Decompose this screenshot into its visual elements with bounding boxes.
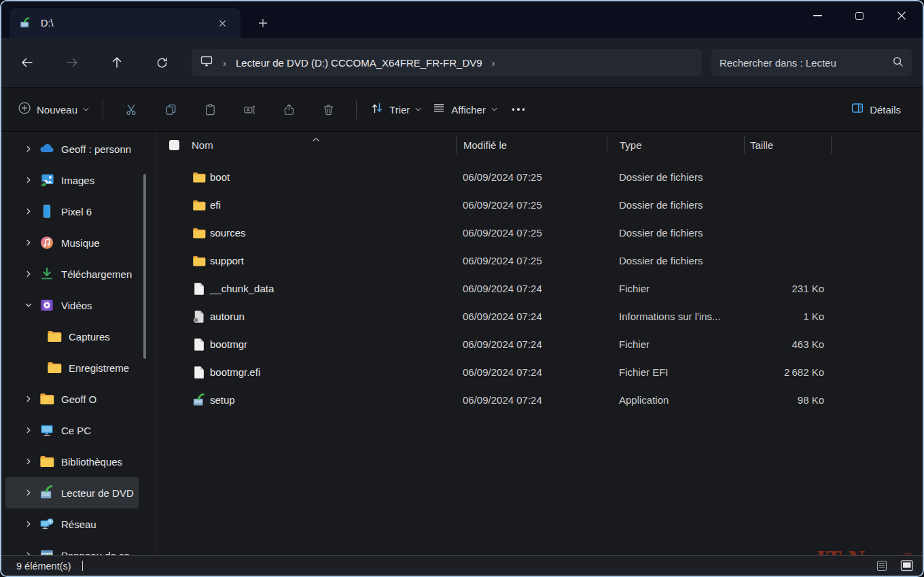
file-name-cell[interactable]: support	[157, 254, 456, 268]
sidebar-scrollbar[interactable]	[143, 174, 146, 359]
file-modified-date: 06/09/2024 07:24	[456, 283, 607, 294]
file-name-cell[interactable]: setup	[157, 394, 456, 407]
paste-button[interactable]	[194, 96, 226, 123]
maximize-button[interactable]	[838, 1, 881, 30]
select-all-checkbox[interactable]	[169, 140, 179, 150]
file-size: 463 Ko	[744, 338, 831, 350]
details-pane-button[interactable]: Détails	[845, 97, 912, 122]
sidebar-item-captures[interactable]: Captures	[5, 321, 139, 352]
file-name-cell[interactable]: boot	[157, 171, 456, 184]
copy-button[interactable]	[155, 96, 186, 123]
up-button[interactable]	[102, 50, 132, 75]
thumbnail-view-icon	[900, 560, 914, 572]
sidebar-item-geoff-o[interactable]: Geoff O	[5, 383, 139, 415]
breadcrumb[interactable]: › Lecteur de DVD (D:) CCCOMA_X64FRE_FR-F…	[192, 49, 702, 76]
sidebar-item-images[interactable]: Images	[5, 164, 139, 196]
file-name: support	[210, 255, 244, 266]
file-row--chunk-data[interactable]: __chunk_data06/09/2024 07:24Fichier231 K…	[157, 275, 923, 302]
file-row-boot[interactable]: boot06/09/2024 07:25Dossier de fichiers	[157, 163, 923, 191]
file-type: Fichier	[607, 283, 744, 294]
more-options-button[interactable]	[512, 108, 525, 111]
share-button[interactable]	[273, 96, 304, 123]
new-tab-button[interactable]	[251, 12, 274, 35]
search-icon[interactable]	[892, 56, 904, 70]
sidebar-item-biblioth-ques[interactable]: Bibliothèques	[5, 446, 139, 477]
file-modified-date: 06/09/2024 07:24	[456, 311, 607, 322]
filegear-icon	[192, 310, 206, 324]
sidebar-item-lecteur-de-dvd[interactable]: Lecteur de DVD	[5, 477, 139, 508]
chevron-right-icon[interactable]	[23, 489, 34, 496]
back-button[interactable]	[12, 50, 42, 75]
close-button[interactable]	[881, 1, 923, 30]
column-header-blank	[831, 136, 923, 154]
sidebar-item-panneau-de-co[interactable]: Panneau de co	[5, 540, 139, 555]
file-row-bootmgr.efi[interactable]: bootmgr.efi06/09/2024 07:24Fichier EFI2 …	[157, 358, 923, 386]
video-icon	[39, 298, 54, 313]
file-name-cell[interactable]: efi	[157, 198, 456, 212]
sidebar-item-vid-os[interactable]: Vidéos	[5, 290, 139, 321]
sidebar-item-musique[interactable]: Musique	[5, 227, 139, 258]
tab-close-icon[interactable]	[213, 14, 231, 32]
sidebar-item-ce-pc[interactable]: Ce PC	[5, 415, 139, 446]
cut-button[interactable]	[116, 96, 147, 123]
sidebar-item-enregistreme[interactable]: Enregistreme	[5, 352, 139, 383]
details-pane-icon	[851, 101, 864, 118]
file-name-cell[interactable]: bootmgr.efi	[157, 366, 456, 379]
file-name-cell[interactable]: autorun	[157, 310, 456, 324]
details-view-button[interactable]	[874, 559, 891, 574]
chevron-down-icon[interactable]	[23, 302, 34, 309]
chevron-right-icon[interactable]	[23, 239, 34, 246]
tab-active[interactable]: D:\	[10, 8, 241, 38]
chevron-right-icon[interactable]	[23, 208, 34, 215]
file-row-setup[interactable]: setup06/09/2024 07:24Application98 Ko	[157, 386, 923, 414]
file-row-autorun[interactable]: autorun06/09/2024 07:24Informations sur …	[157, 302, 923, 330]
file-modified-date: 06/09/2024 07:25	[456, 171, 607, 183]
file-row-efi[interactable]: efi06/09/2024 07:25Dossier de fichiers	[157, 191, 923, 219]
new-button-label: Nouveau	[37, 104, 77, 116]
chevron-right-icon[interactable]	[23, 270, 34, 277]
refresh-button[interactable]	[147, 50, 177, 75]
search-box[interactable]: Rechercher dans : Lecteu	[711, 49, 912, 76]
chevron-right-icon[interactable]	[23, 458, 34, 465]
chevron-right-icon[interactable]: ›	[492, 57, 495, 69]
sidebar-item-t-l-chargemen[interactable]: Téléchargemen	[5, 258, 139, 290]
search-input[interactable]: Rechercher dans : Lecteu	[719, 57, 892, 69]
thumbnail-view-button[interactable]	[898, 559, 916, 574]
column-header-type[interactable]: Type	[607, 136, 744, 154]
sidebar-item-pixel-6[interactable]: Pixel 6	[5, 196, 139, 227]
file-name: setup	[210, 394, 235, 406]
folder-icon	[47, 329, 62, 344]
file-name-cell[interactable]: bootmgr	[157, 338, 456, 351]
view-lines-icon	[432, 101, 446, 118]
trash-icon	[322, 103, 335, 116]
chevron-down-icon	[491, 107, 497, 111]
file-name-cell[interactable]: __chunk_data	[157, 282, 456, 296]
chevron-right-icon[interactable]	[23, 177, 34, 183]
pc-icon	[39, 423, 54, 438]
view-button[interactable]: Afficher	[427, 97, 503, 122]
sidebar-item-label: Geoff O	[61, 394, 96, 405]
delete-button[interactable]	[313, 96, 344, 123]
chevron-right-icon[interactable]	[23, 396, 34, 402]
minimize-button[interactable]	[796, 1, 838, 30]
address-path[interactable]: Lecteur de DVD (D:) CCCOMA_X64FRE_FR-FR_…	[236, 57, 482, 69]
sidebar-item-label: Musique	[61, 237, 100, 249]
chevron-right-icon[interactable]	[23, 521, 34, 527]
column-header-size[interactable]: Taille	[744, 136, 831, 154]
forward-button[interactable]	[57, 50, 87, 75]
column-header-name[interactable]: Nom	[157, 136, 456, 154]
column-header-modified[interactable]: Modifié le	[456, 136, 607, 154]
up-icon	[110, 56, 124, 69]
file-row-sources[interactable]: sources06/09/2024 07:25Dossier de fichie…	[157, 219, 923, 247]
plus-circle-icon	[18, 101, 31, 118]
file-name-cell[interactable]: sources	[157, 226, 456, 240]
sidebar-item-geoff-personn[interactable]: Geoff : personn	[5, 133, 139, 164]
sort-button[interactable]: Trier	[365, 97, 427, 122]
chevron-right-icon[interactable]	[23, 145, 34, 152]
chevron-right-icon[interactable]	[23, 427, 34, 434]
file-row-support[interactable]: support06/09/2024 07:25Dossier de fichie…	[157, 247, 923, 275]
rename-button[interactable]: A	[234, 96, 265, 123]
new-button[interactable]: Nouveau	[12, 97, 94, 122]
sidebar-item-r-seau[interactable]: Réseau	[5, 508, 139, 540]
file-row-bootmgr[interactable]: bootmgr06/09/2024 07:24Fichier463 Ko	[157, 330, 923, 358]
